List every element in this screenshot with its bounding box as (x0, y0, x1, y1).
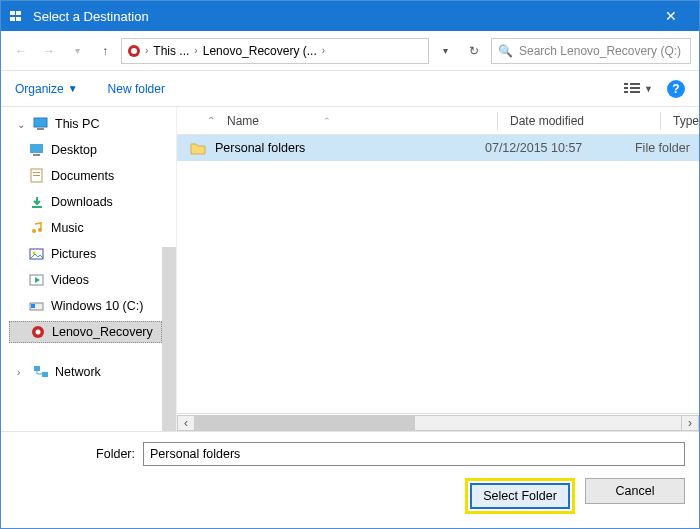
horizontal-scrollbar[interactable]: ‹ › (177, 413, 699, 431)
chevron-down-icon: ▼ (68, 83, 78, 94)
close-button[interactable]: ✕ (651, 8, 691, 24)
header-chevron-icon[interactable]: ⌃ (207, 115, 215, 126)
tree-lenovo-recovery[interactable]: Lenovo_Recovery (9, 321, 162, 343)
tree-downloads[interactable]: Downloads (9, 191, 162, 213)
search-placeholder: Search Lenovo_Recovery (Q:) (519, 44, 681, 58)
svg-rect-11 (34, 118, 47, 127)
tree-label: Pictures (51, 247, 96, 261)
tree-label: Videos (51, 273, 89, 287)
svg-rect-28 (34, 366, 40, 371)
column-name[interactable]: Name ⌃ (227, 114, 497, 128)
footer: Folder: Select Folder Cancel (1, 431, 699, 528)
svg-rect-17 (33, 175, 40, 176)
help-button[interactable]: ? (667, 80, 685, 98)
svg-rect-16 (33, 172, 40, 173)
svg-point-27 (36, 330, 41, 335)
svg-rect-2 (10, 17, 15, 21)
recent-dropdown-icon[interactable]: ▾ (65, 39, 89, 63)
tree-videos[interactable]: Videos (9, 269, 162, 291)
svg-point-19 (32, 229, 36, 233)
downloads-icon (29, 194, 45, 210)
svg-rect-6 (624, 87, 628, 89)
column-label: Name (227, 114, 259, 128)
videos-icon (29, 272, 45, 288)
new-folder-button[interactable]: New folder (108, 82, 165, 96)
svg-rect-8 (630, 83, 640, 85)
search-input[interactable]: 🔍 Search Lenovo_Recovery (Q:) (491, 38, 691, 64)
breadcrumb-drive[interactable]: Lenovo_Recovery (... (201, 44, 319, 58)
network-icon (33, 364, 49, 380)
drive-windows-icon (29, 298, 45, 314)
window-title: Select a Destination (33, 9, 651, 24)
file-list: Personal folders 07/12/2015 10:57 File f… (177, 135, 699, 413)
folder-label: Folder: (15, 447, 135, 461)
drive-icon (126, 43, 142, 59)
tree-network[interactable]: › Network (9, 361, 162, 383)
scroll-thumb[interactable] (195, 416, 415, 430)
tree-desktop[interactable]: Desktop (9, 139, 162, 161)
folder-tree: ⌄ This PC Desktop Documents Downloads Mu… (1, 107, 162, 431)
select-folder-button[interactable]: Select Folder (470, 483, 570, 509)
organize-menu[interactable]: Organize ▼ (15, 82, 78, 96)
up-button[interactable]: ↑ (93, 39, 117, 63)
search-icon: 🔍 (498, 44, 513, 58)
expand-icon[interactable]: ⌄ (17, 119, 27, 130)
column-headers: ⌃ Name ⌃ Date modified Type (177, 107, 699, 135)
tree-label: Documents (51, 169, 114, 183)
file-row[interactable]: Personal folders 07/12/2015 10:57 File f… (177, 135, 699, 161)
folder-icon (189, 139, 207, 157)
documents-icon (29, 168, 45, 184)
file-list-pane: ⌃ Name ⌃ Date modified Type Personal fol… (176, 107, 699, 431)
column-date[interactable]: Date modified (510, 114, 660, 128)
sort-asc-icon: ⌃ (323, 116, 331, 126)
splitter-handle[interactable] (162, 247, 176, 431)
svg-rect-25 (31, 304, 35, 308)
scroll-track[interactable] (195, 415, 681, 431)
svg-rect-1 (16, 11, 21, 15)
forward-button[interactable]: → (37, 39, 61, 63)
column-type[interactable]: Type (673, 114, 699, 128)
pc-icon (33, 116, 49, 132)
pictures-icon (29, 246, 45, 262)
svg-rect-13 (30, 144, 43, 153)
tree-windows-c[interactable]: Windows 10 (C:) (9, 295, 162, 317)
chevron-right-icon: › (191, 45, 200, 56)
folder-input[interactable] (143, 442, 685, 466)
highlight-annotation: Select Folder (465, 478, 575, 514)
tree-label: Music (51, 221, 84, 235)
tree-pictures[interactable]: Pictures (9, 243, 162, 265)
nav-bar: ← → ▾ ↑ › This ... › Lenovo_Recovery (..… (1, 31, 699, 71)
tree-documents[interactable]: Documents (9, 165, 162, 187)
svg-rect-14 (33, 154, 40, 156)
tree-music[interactable]: Music (9, 217, 162, 239)
refresh-button[interactable]: ↻ (461, 38, 487, 64)
svg-rect-18 (32, 206, 42, 208)
expand-icon[interactable]: › (17, 367, 27, 378)
drive-recovery-icon (30, 324, 46, 340)
file-type: File folder (635, 141, 699, 155)
folder-input-row: Folder: (15, 442, 685, 466)
file-name: Personal folders (215, 141, 485, 155)
tree-label: This PC (55, 117, 99, 131)
breadcrumb[interactable]: › This ... › Lenovo_Recovery (... › (121, 38, 429, 64)
scroll-left-icon[interactable]: ‹ (177, 415, 195, 431)
main-area: ⌄ This PC Desktop Documents Downloads Mu… (1, 107, 699, 431)
breadcrumb-thispc[interactable]: This ... (151, 44, 191, 58)
scroll-right-icon[interactable]: › (681, 415, 699, 431)
svg-rect-7 (624, 91, 628, 93)
svg-point-20 (38, 228, 42, 232)
chevron-right-icon: › (319, 45, 328, 56)
cancel-button[interactable]: Cancel (585, 478, 685, 504)
chevron-right-icon: › (142, 45, 151, 56)
svg-rect-0 (10, 11, 15, 15)
breadcrumb-dropdown-icon[interactable]: ▾ (433, 39, 457, 63)
tree-label: Windows 10 (C:) (51, 299, 143, 313)
view-mode-button[interactable]: ▼ (624, 82, 653, 96)
view-list-icon (624, 82, 642, 96)
toolbar: Organize ▼ New folder ▼ ? (1, 71, 699, 107)
desktop-icon (29, 142, 45, 158)
svg-rect-9 (630, 87, 640, 89)
back-button[interactable]: ← (9, 39, 33, 63)
app-icon (9, 8, 25, 24)
tree-this-pc[interactable]: ⌄ This PC (9, 113, 162, 135)
